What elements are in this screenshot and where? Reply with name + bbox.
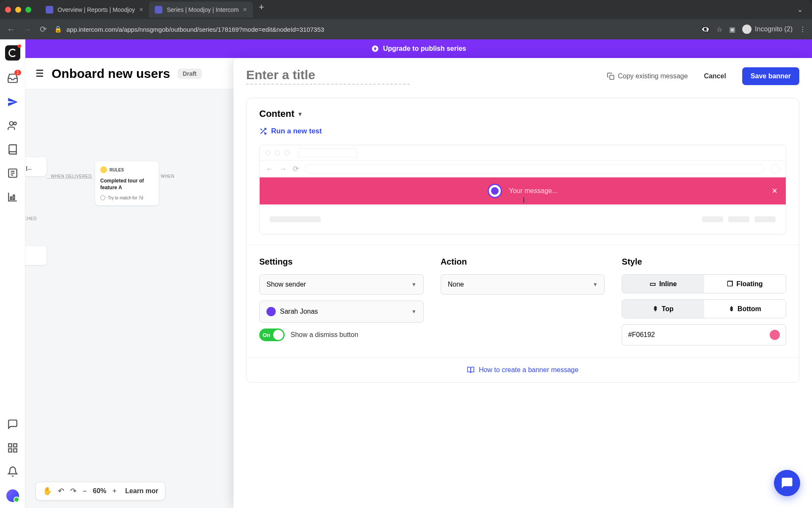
- rail-contacts[interactable]: [7, 120, 19, 132]
- show-sender-select[interactable]: Show sender ▼: [259, 274, 424, 295]
- kebab-menu-icon[interactable]: ⋮: [799, 25, 806, 33]
- panel-header: Copy existing message Cancel Save banner: [233, 58, 812, 94]
- tab-overflow-icon[interactable]: ⌄: [793, 6, 807, 14]
- preview-body: [260, 204, 786, 234]
- style-floating-button[interactable]: ❐ Floating: [704, 275, 786, 293]
- preview-menu-icon: [771, 164, 780, 174]
- svg-rect-4: [13, 195, 14, 200]
- dismiss-toggle-row: On Show a dismiss button: [259, 329, 424, 341]
- text-cursor-icon: I: [523, 196, 525, 205]
- rail-notifications[interactable]: [7, 466, 19, 478]
- action-column: Action None ▼: [441, 257, 605, 345]
- rail-messages[interactable]: [7, 418, 19, 430]
- undo-icon[interactable]: ↶: [58, 486, 64, 496]
- flow-card-partial[interactable]: barding […: [25, 157, 47, 176]
- address-bar: ← → ⟳ 🔒 app.intercom.com/a/apps/nnsgmgob…: [0, 19, 812, 39]
- inline-icon: ▭: [650, 280, 656, 288]
- dismiss-toggle[interactable]: On: [259, 329, 285, 341]
- zoom-in-icon[interactable]: +: [112, 487, 117, 496]
- color-hex-input[interactable]: [628, 331, 679, 339]
- learn-more-link[interactable]: Learn mor: [125, 487, 158, 495]
- bookmark-star-icon[interactable]: ☆: [716, 25, 722, 33]
- close-tab-icon[interactable]: ×: [243, 6, 247, 14]
- close-window-icon[interactable]: [5, 7, 11, 13]
- style-layout-segment: ▭ Inline ❐ Floating: [622, 274, 786, 293]
- skeleton-block: [702, 216, 723, 222]
- eye-off-icon[interactable]: 👁️‍🗨️: [701, 25, 710, 33]
- run-test-link[interactable]: Run a new test: [259, 127, 786, 135]
- banner-editor-panel: Copy existing message Cancel Save banner…: [233, 58, 812, 508]
- preview-tab: [298, 148, 357, 157]
- tab-overview[interactable]: Overview | Reports | Moodjoy ×: [40, 2, 149, 18]
- help-link[interactable]: How to create a banner message: [247, 357, 799, 382]
- intercom-launcher[interactable]: [774, 470, 800, 496]
- minimize-window-icon[interactable]: [15, 7, 21, 13]
- inline-label: Inline: [659, 280, 677, 288]
- close-tab-icon[interactable]: ×: [139, 6, 143, 14]
- content-section-toggle[interactable]: Content ▾: [259, 108, 786, 119]
- maximize-window-icon[interactable]: [25, 7, 31, 13]
- flow-card-partial-2[interactable]: ure A: [25, 246, 47, 265]
- tab-series[interactable]: Series | Moodjoy | Intercom ×: [149, 2, 252, 18]
- save-banner-button[interactable]: Save banner: [742, 67, 799, 85]
- rail-reports[interactable]: [7, 191, 19, 203]
- window-controls: [5, 7, 31, 13]
- copy-existing-label: Copy existing message: [618, 72, 688, 80]
- sender-select[interactable]: Sarah Jonas ▼: [259, 301, 424, 323]
- preview-addr-bar: ← → ⟳: [260, 160, 786, 177]
- flow-card-rules[interactable]: RULES Completed tour of feature A Try to…: [95, 161, 159, 205]
- style-top-button[interactable]: ⇞ Top: [622, 300, 704, 318]
- chevron-down-icon: ▾: [299, 110, 302, 117]
- style-inline-button[interactable]: ▭ Inline: [622, 275, 704, 293]
- arrow-down-icon: ⇟: [729, 305, 734, 313]
- copy-existing-link[interactable]: Copy existing message: [607, 72, 688, 80]
- content-heading: Content: [259, 108, 294, 119]
- incognito-indicator[interactable]: Incognito (2): [742, 25, 793, 34]
- pan-hand-icon[interactable]: ✋: [43, 486, 52, 496]
- banner-preview-strip: Your message... × I: [260, 177, 786, 204]
- preview-dot-icon: [275, 150, 280, 155]
- hamburger-icon[interactable]: ☰: [36, 68, 44, 79]
- tab-title: Overview | Reports | Moodjoy: [58, 6, 135, 13]
- canvas-toolbar: ✋ ↶ ↷ − 60% + Learn mor: [36, 482, 165, 500]
- reload-button[interactable]: ⟳: [38, 24, 48, 34]
- shuffle-icon: [259, 127, 267, 135]
- cancel-button[interactable]: Cancel: [695, 67, 734, 85]
- settings-column: Settings Show sender ▼ Sarah Jonas ▼: [259, 257, 424, 345]
- rail-outbound[interactable]: [7, 96, 19, 108]
- rail-profile-avatar[interactable]: [6, 489, 19, 502]
- panel-icon[interactable]: ▣: [729, 25, 735, 33]
- flow-card-text: ure A: [25, 254, 41, 260]
- show-sender-label: Show sender: [266, 281, 306, 288]
- skeleton-block: [270, 216, 321, 222]
- rail-articles[interactable]: [7, 144, 19, 155]
- upgrade-banner[interactable]: Upgrade to publish series: [25, 39, 812, 58]
- banner-sender-avatar: [488, 184, 502, 198]
- banner-title-input[interactable]: [246, 68, 410, 85]
- tab-list: Overview | Reports | Moodjoy × Series | …: [40, 2, 793, 18]
- rail-reports-alt[interactable]: [7, 167, 19, 179]
- dismiss-toggle-label: Show a dismiss button: [291, 331, 358, 339]
- rail-inbox[interactable]: 1: [7, 72, 19, 84]
- flow-card-body: Completed tour of feature A: [100, 178, 154, 191]
- forward-button[interactable]: →: [22, 25, 32, 34]
- redo-icon[interactable]: ↷: [70, 486, 77, 496]
- preview-reload-icon: ⟳: [293, 164, 299, 174]
- banner-preview: ← → ⟳ Your message... × I: [259, 145, 786, 235]
- action-heading: Action: [441, 257, 605, 267]
- back-button[interactable]: ←: [6, 25, 16, 34]
- style-bottom-button[interactable]: ⇟ Bottom: [704, 300, 786, 318]
- intercom-logo[interactable]: [5, 45, 20, 61]
- action-value: None: [448, 281, 464, 288]
- preview-dot-icon: [266, 150, 271, 155]
- banner-message-input[interactable]: Your message...: [509, 187, 557, 195]
- banner-dismiss-icon[interactable]: ×: [772, 185, 777, 196]
- url-field[interactable]: 🔒 app.intercom.com/a/apps/nnsgmgob/outbo…: [54, 25, 695, 33]
- new-tab-button[interactable]: +: [253, 2, 270, 18]
- action-select[interactable]: None ▼: [441, 274, 605, 295]
- preview-tab-bar: [260, 145, 786, 160]
- color-swatch[interactable]: [770, 330, 780, 340]
- rail-apps[interactable]: [7, 442, 19, 454]
- zoom-out-icon[interactable]: −: [82, 487, 87, 496]
- chevron-down-icon: ▼: [593, 282, 598, 287]
